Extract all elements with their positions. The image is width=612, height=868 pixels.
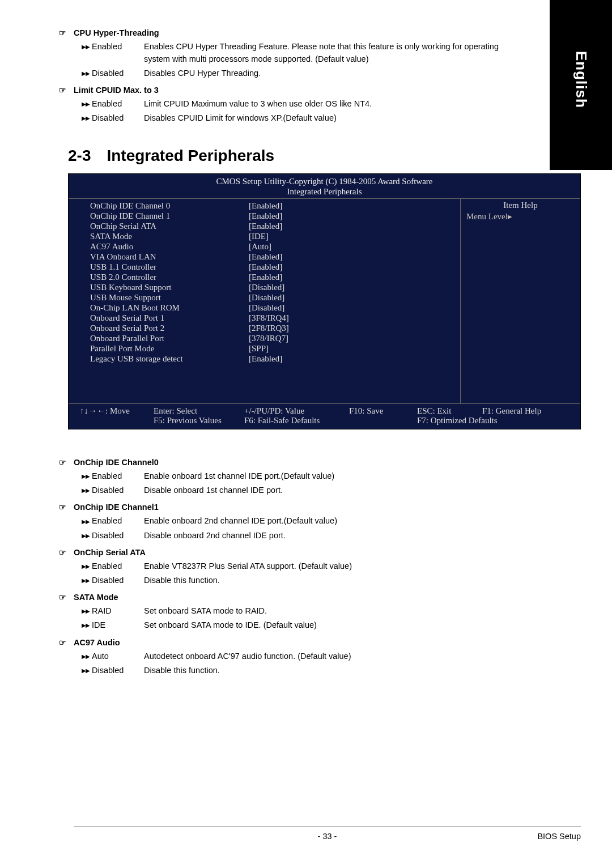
bios-row: OnChip IDE Channel 0[Enabled] [90, 201, 454, 211]
arrow-icon: ▶▶ [82, 472, 90, 481]
bios-row: SATA Mode[IDE] [90, 231, 454, 241]
option-block: ☞ Limit CPUID Max. to 3 ▶▶Enabled Limit … [74, 86, 581, 125]
option-block: ☞OnChip Serial ATA ▶▶EnabledEnable VT823… [74, 548, 581, 587]
option-row: ▶▶Disabled Disables CPU Hyper Threading. [82, 67, 581, 80]
option-title: ☞SATA Mode [74, 593, 581, 602]
option-desc: Limit CPUID Maximum value to 3 when use … [144, 97, 581, 110]
bios-row: Onboard Serial Port 1[3F8/IRQ4] [90, 313, 454, 323]
bios-row: Onboard Parallel Port[378/IRQ7] [90, 333, 454, 343]
arrow-icon: ▶▶ [82, 531, 90, 541]
bios-row: VIA Onboard LAN[Enabled] [90, 252, 454, 262]
arrow-icon: ▶▶ [82, 114, 90, 123]
option-row: ▶▶EnabledEnable onboard 1st channel IDE … [82, 470, 581, 483]
arrow-icon: ▶▶ [82, 607, 90, 616]
page-content: ☞ CPU Hyper-Threading ▶▶Enabled Enables … [0, 0, 612, 868]
option-row: ▶▶RAIDSet onboard SATA mode to RAID. [82, 605, 581, 618]
option-block: ☞SATA Mode ▶▶RAIDSet onboard SATA mode t… [74, 593, 581, 632]
bios-row: USB 2.0 Controller[Enabled] [90, 272, 454, 282]
option-bullet-icon: ☞ [59, 548, 69, 557]
option-row: ▶▶DisabledDisable onboard 1st channel ID… [82, 484, 581, 497]
option-block: ☞AC97 Audio ▶▶AutoAutodetect onboard AC'… [74, 638, 581, 677]
bios-row: OnChip Serial ATA[Enabled] [90, 221, 454, 231]
footer-section: BIOS Setup [537, 832, 581, 841]
bios-row: Legacy USB storage detect[Enabled] [90, 354, 454, 364]
bios-help-title: Item Help [466, 201, 575, 210]
bios-row: OnChip IDE Channel 1[Enabled] [90, 211, 454, 221]
option-row: ▶▶Disabled Disables CPUID Limit for wind… [82, 112, 581, 125]
option-block: ☞OnChip IDE Channel1 ▶▶EnabledEnable onb… [74, 503, 581, 542]
option-title: ☞OnChip IDE Channel0 [74, 458, 581, 467]
arrow-icon: ▶▶ [82, 517, 90, 526]
bios-footer: ↑↓→←: Move Enter: Select +/-/PU/PD: Valu… [69, 404, 580, 429]
bios-header-line2: Integrated Peripherals [69, 186, 580, 197]
option-bullet-icon: ☞ [59, 593, 69, 602]
option-row: ▶▶DisabledDisable this function. [82, 574, 581, 587]
bios-row: AC97 Audio[Auto] [90, 241, 454, 252]
option-block: ☞ CPU Hyper-Threading ▶▶Enabled Enables … [74, 28, 581, 80]
bios-screen: CMOS Setup Utility-Copyright (C) 1984-20… [68, 173, 581, 430]
arrow-icon: ▶▶ [82, 576, 90, 585]
option-bullet-icon: ☞ [59, 28, 69, 37]
page-footer: - 33 - BIOS Setup [74, 827, 581, 841]
option-title: ☞OnChip Serial ATA [74, 548, 581, 557]
option-bullet-icon: ☞ [59, 86, 69, 95]
bios-row: USB Keyboard Support[Disabled] [90, 282, 454, 292]
option-row: ▶▶AutoAutodetect onboard AC'97 audio fun… [82, 650, 581, 663]
option-bullet-icon: ☞ [59, 638, 69, 647]
option-desc: Disables CPU Hyper Threading. [144, 67, 581, 80]
arrow-icon: ▶▶ [82, 562, 90, 571]
bios-settings-list: OnChip IDE Channel 0[Enabled] OnChip IDE… [69, 199, 460, 403]
arrow-icon: ▶▶ [82, 652, 90, 661]
bios-row: USB Mouse Support[Disabled] [90, 292, 454, 303]
arrow-icon: ▶▶ [82, 42, 90, 52]
option-label: ▶▶Disabled [82, 67, 144, 80]
option-row: ▶▶DisabledDisable this function. [82, 664, 581, 677]
option-label: ▶▶Enabled [82, 40, 144, 66]
option-title-text: Limit CPUID Max. to 3 [74, 86, 159, 95]
arrow-icon: ▶▶ [82, 69, 90, 78]
section-title: Integrated Peripherals [107, 147, 274, 164]
option-desc: Enables CPU Hyper Threading Feature. Ple… [144, 40, 581, 66]
bios-header: CMOS Setup Utility-Copyright (C) 1984-20… [69, 174, 580, 199]
bios-row: Onboard Serial Port 2[2F8/IRQ3] [90, 323, 454, 333]
arrow-icon: ▶▶ [82, 666, 90, 675]
option-row: ▶▶DisabledDisable onboard 2nd channel ID… [82, 529, 581, 542]
upper-options: ☞ CPU Hyper-Threading ▶▶Enabled Enables … [74, 28, 581, 125]
option-title: ☞ Limit CPUID Max. to 3 [74, 86, 581, 95]
section-number: 2-3 [68, 147, 91, 164]
arrow-icon: ▶▶ [82, 486, 90, 495]
option-title-text: CPU Hyper-Threading [74, 28, 159, 37]
option-row: ▶▶Enabled Limit CPUID Maximum value to 3… [82, 97, 581, 110]
option-row: ▶▶EnabledEnable VT8237R Plus Serial ATA … [82, 560, 581, 573]
section-heading: 2-3Integrated Peripherals [68, 147, 581, 165]
page-number: - 33 - [74, 832, 581, 841]
arrow-icon: ▶▶ [82, 100, 90, 109]
bios-help-panel: Item Help Menu Level▸ [460, 199, 580, 403]
option-bullet-icon: ☞ [59, 503, 69, 512]
option-row: ▶▶IDESet onboard SATA mode to IDE. (Defa… [82, 619, 581, 632]
bios-menu-level: Menu Level▸ [466, 211, 575, 222]
option-title: ☞OnChip IDE Channel1 [74, 503, 581, 512]
bios-footer-row: ↑↓→←: Move Enter: Select +/-/PU/PD: Valu… [80, 406, 575, 416]
arrow-icon: ▶▶ [82, 621, 90, 630]
option-row: ▶▶Enabled Enables CPU Hyper Threading Fe… [82, 40, 581, 66]
bios-footer-row: F5: Previous Values F6: Fail-Safe Defaul… [80, 416, 575, 426]
option-title: ☞AC97 Audio [74, 638, 581, 647]
bios-row: USB 1.1 Controller[Enabled] [90, 262, 454, 272]
bios-body: OnChip IDE Channel 0[Enabled] OnChip IDE… [69, 199, 580, 404]
option-block: ☞OnChip IDE Channel0 ▶▶EnabledEnable onb… [74, 458, 581, 497]
bios-row: Parallel Port Mode[SPP] [90, 343, 454, 354]
option-label: ▶▶Enabled [82, 97, 144, 110]
option-row: ▶▶EnabledEnable onboard 2nd channel IDE … [82, 514, 581, 527]
option-bullet-icon: ☞ [59, 458, 69, 467]
lower-options: ☞OnChip IDE Channel0 ▶▶EnabledEnable onb… [74, 458, 581, 677]
bios-row: On-Chip LAN Boot ROM[Disabled] [90, 303, 454, 313]
option-desc: Disables CPUID Limit for windows XP.(Def… [144, 112, 581, 125]
bios-header-line1: CMOS Setup Utility-Copyright (C) 1984-20… [69, 176, 580, 187]
option-title: ☞ CPU Hyper-Threading [74, 28, 581, 37]
option-label: ▶▶Disabled [82, 112, 144, 125]
